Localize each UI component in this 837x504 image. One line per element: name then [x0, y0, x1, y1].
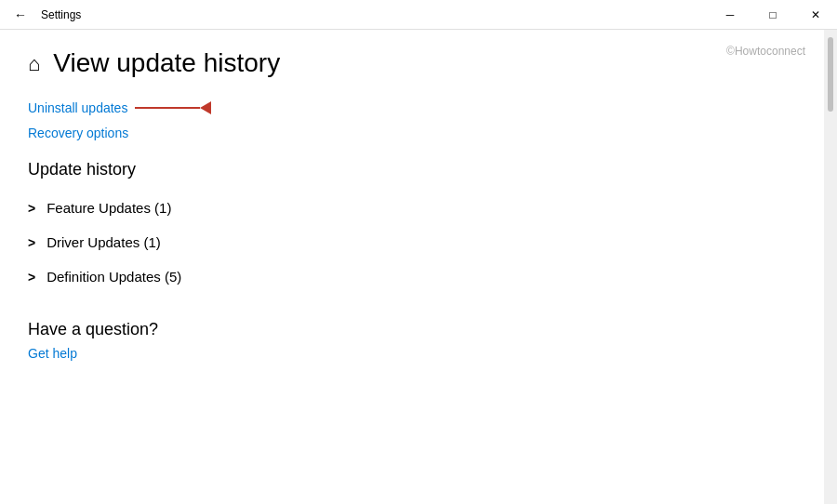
main-container: ©Howtoconnect ⌂ View update history Unin…: [0, 30, 837, 504]
update-item-feature[interactable]: > Feature Updates (1): [28, 191, 796, 225]
feature-updates-label: Feature Updates (1): [46, 200, 171, 216]
recovery-options-link[interactable]: Recovery options: [28, 126, 128, 140]
minimize-icon: ─: [726, 8, 735, 21]
update-history-section: Update history > Feature Updates (1) > D…: [28, 160, 796, 294]
driver-updates-label: Driver Updates (1): [46, 234, 161, 250]
close-icon: ✕: [811, 8, 820, 21]
home-icon: ⌂: [28, 52, 40, 76]
watermark: ©Howtoconnect: [726, 45, 805, 58]
uninstall-row: Uninstall updates: [28, 100, 796, 115]
window-title: Settings: [41, 8, 81, 21]
title-bar: ← Settings ─ □ ✕: [0, 0, 837, 30]
page-title: View update history: [53, 48, 280, 78]
content-area: ©Howtoconnect ⌂ View update history Unin…: [0, 30, 824, 504]
question-section: Have a question? Get help: [28, 320, 796, 362]
uninstall-updates-link[interactable]: Uninstall updates: [28, 100, 127, 115]
question-title: Have a question?: [28, 320, 796, 339]
chevron-icon-feature: >: [28, 201, 35, 216]
maximize-icon: □: [769, 8, 776, 21]
definition-updates-label: Definition Updates (5): [46, 269, 181, 285]
recovery-section: Recovery options: [28, 125, 796, 141]
update-item-definition[interactable]: > Definition Updates (5): [28, 259, 796, 294]
window-controls: ─ □ ✕: [709, 0, 837, 30]
update-history-title: Update history: [28, 160, 796, 179]
arrow-head: [200, 101, 211, 114]
minimize-button[interactable]: ─: [709, 0, 751, 30]
arrow-annotation: [135, 101, 211, 114]
scrollbar-thumb[interactable]: [828, 37, 833, 112]
arrow-line: [135, 107, 200, 109]
chevron-icon-definition: >: [28, 270, 35, 285]
close-button[interactable]: ✕: [794, 0, 837, 30]
get-help-link[interactable]: Get help: [28, 346, 77, 361]
scrollbar-track[interactable]: [824, 30, 837, 504]
back-button[interactable]: ←: [7, 2, 33, 28]
maximize-button[interactable]: □: [751, 0, 794, 30]
chevron-icon-driver: >: [28, 235, 35, 250]
page-heading-row: ⌂ View update history: [28, 48, 796, 78]
back-icon: ←: [14, 7, 27, 22]
title-bar-left: ← Settings: [7, 2, 81, 28]
update-item-driver[interactable]: > Driver Updates (1): [28, 225, 796, 259]
